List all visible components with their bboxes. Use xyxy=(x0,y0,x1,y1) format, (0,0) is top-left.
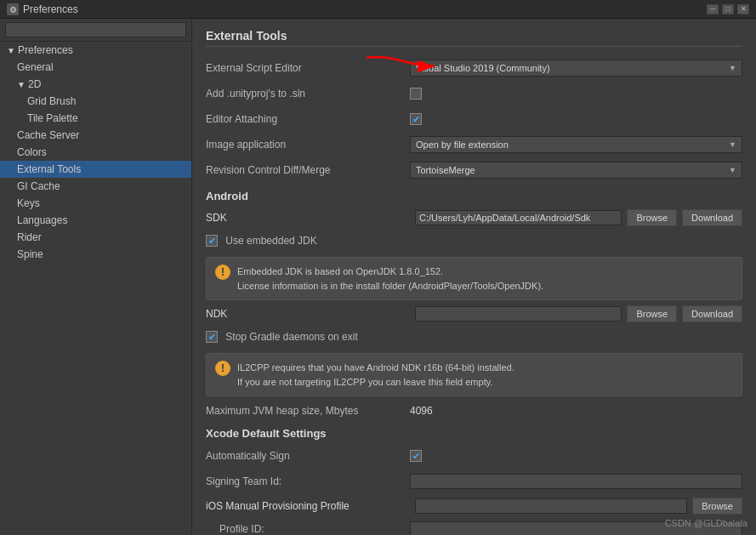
ndk-path-input[interactable] xyxy=(415,306,622,322)
expand-icon-2d xyxy=(17,80,26,89)
il2cpp-info-line2: If you are not targeting IL2CPP you can … xyxy=(237,375,733,390)
revision-control-value: TortoiseMerge ▼ xyxy=(410,162,742,179)
revision-control-dropdown[interactable]: TortoiseMerge ▼ xyxy=(410,162,742,179)
external-script-editor-row: External Script Editor Visual Studio 201… xyxy=(206,59,742,77)
editor-attaching-checkbox[interactable]: ✔ xyxy=(410,113,422,125)
external-script-editor-label: External Script Editor xyxy=(206,62,410,74)
sidebar-label-cache-server: Cache Server xyxy=(17,129,79,141)
ios-profile-id-label: Profile ID: xyxy=(206,523,410,535)
max-jvm-number: 4096 xyxy=(410,405,433,417)
sidebar-item-keys[interactable]: Keys xyxy=(0,195,191,212)
max-jvm-value: 4096 xyxy=(410,405,742,417)
jdk-info-line2: License information is in the install fo… xyxy=(237,279,733,293)
main-container: Preferences General 2D Grid Brush Tile P… xyxy=(0,19,756,535)
ios-manual-input[interactable] xyxy=(415,498,687,514)
jdk-info-box: ! Embedded JDK is based on OpenJDK 1.8.0… xyxy=(206,257,742,300)
sidebar-label-colors: Colors xyxy=(17,146,47,158)
close-button[interactable]: ✕ xyxy=(737,4,749,14)
stop-gradle-checkbox[interactable]: ✔ xyxy=(206,331,218,343)
sidebar-item-grid-brush[interactable]: Grid Brush xyxy=(0,93,191,110)
sidebar-item-languages[interactable]: Languages xyxy=(0,212,191,229)
add-unitypro-value xyxy=(410,88,742,100)
sidebar-item-tile-palette[interactable]: Tile Palette xyxy=(0,110,191,127)
sdk-download-button[interactable]: Download xyxy=(682,209,742,226)
image-application-dropdown[interactable]: Open by file extension ▼ xyxy=(410,136,742,153)
info-icon: ! xyxy=(215,265,230,280)
il2cpp-info-line1: IL2CPP requires that you have Android ND… xyxy=(237,361,733,375)
external-script-editor-dropdown[interactable]: Visual Studio 2019 (Community) ▼ xyxy=(410,60,742,77)
auto-sign-checkbox[interactable]: ✔ xyxy=(410,450,422,462)
restore-button[interactable]: □ xyxy=(722,4,734,14)
signing-team-value xyxy=(410,474,742,489)
ndk-browse-button[interactable]: Browse xyxy=(627,305,677,322)
android-section-header: Android xyxy=(206,190,742,202)
sidebar-item-gi-cache[interactable]: GI Cache xyxy=(0,178,191,195)
sidebar-label-spine: Spine xyxy=(17,248,43,260)
add-unitypro-checkbox[interactable] xyxy=(410,88,422,100)
sidebar-label-external-tools: External Tools xyxy=(17,163,81,175)
ndk-row: NDK Browse Download xyxy=(206,305,742,322)
max-jvm-row: Maximum JVM heap size, Mbytes 4096 xyxy=(206,401,742,420)
sidebar-item-cache-server[interactable]: Cache Server xyxy=(0,127,191,144)
revision-control-label: Revision Control Diff/Merge xyxy=(206,164,410,176)
ndk-label: NDK xyxy=(206,308,410,320)
ios-manual-label: iOS Manual Provisioning Profile xyxy=(206,500,410,512)
search-input[interactable] xyxy=(5,22,186,37)
ndk-download-button[interactable]: Download xyxy=(682,305,742,322)
sidebar-item-rider[interactable]: Rider xyxy=(0,229,191,246)
window-title: Preferences xyxy=(23,3,78,15)
external-script-editor-value: Visual Studio 2019 (Community) ▼ xyxy=(410,60,742,77)
editor-attaching-label: Editor Attaching xyxy=(206,113,410,125)
sidebar-label-languages: Languages xyxy=(17,214,67,226)
signing-team-input[interactable] xyxy=(410,474,742,489)
use-embedded-jdk-checkbox[interactable]: ✔ xyxy=(206,235,218,247)
xcode-section-header: Xcode Default Settings xyxy=(206,427,742,440)
sidebar-label-rider: Rider xyxy=(17,231,42,243)
svg-text:⚙: ⚙ xyxy=(9,5,17,14)
editor-attaching-row: Editor Attaching ✔ xyxy=(206,110,742,128)
sdk-browse-button[interactable]: Browse xyxy=(627,209,677,226)
revision-control-row: Revision Control Diff/Merge TortoiseMerg… xyxy=(206,161,742,179)
dropdown-arrow: ▼ xyxy=(729,64,736,72)
auto-sign-value: ✔ xyxy=(410,450,742,462)
sidebar-item-2d[interactable]: 2D xyxy=(0,76,191,93)
sidebar-item-general[interactable]: General xyxy=(0,59,191,76)
image-application-value: Open by file extension ▼ xyxy=(410,136,742,153)
add-unitypro-row: Add .unityproj's to .sln xyxy=(206,84,742,103)
sidebar-label-gi-cache: GI Cache xyxy=(17,180,60,192)
image-application-row: Image application Open by file extension… xyxy=(206,135,742,154)
revision-dropdown-arrow: ▼ xyxy=(729,166,736,174)
sdk-label: SDK xyxy=(206,212,410,224)
sidebar-item-spine[interactable]: Spine xyxy=(0,246,191,263)
image-application-label: Image application xyxy=(206,139,410,151)
sidebar-label-general: General xyxy=(17,61,54,73)
image-dropdown-arrow: ▼ xyxy=(729,140,736,149)
add-unitypro-label: Add .unityproj's to .sln xyxy=(206,88,410,100)
title-bar: ⚙ Preferences ─ □ ✕ xyxy=(0,0,756,19)
use-embedded-jdk-row: ✔ Use embedded JDK xyxy=(206,231,742,250)
sdk-row: SDK Browse Download xyxy=(206,209,742,226)
expand-icon xyxy=(7,46,15,55)
watermark: CSDN @GLDbalala xyxy=(665,518,747,528)
sidebar-label-preferences: Preferences xyxy=(18,44,73,56)
content-area: External Tools External Script Editor Vi… xyxy=(192,19,756,535)
sidebar-label-2d: 2D xyxy=(28,78,41,90)
sidebar-label-grid-brush: Grid Brush xyxy=(27,95,76,107)
sidebar-label-tile-palette: Tile Palette xyxy=(27,112,78,124)
minimize-button[interactable]: ─ xyxy=(707,4,719,14)
sidebar-label-keys: Keys xyxy=(17,197,40,209)
auto-sign-row: Automatically Sign ✔ xyxy=(206,447,742,465)
il2cpp-info-box: ! IL2CPP requires that you have Android … xyxy=(206,353,742,396)
sidebar-item-preferences[interactable]: Preferences xyxy=(0,42,191,59)
sidebar-item-colors[interactable]: Colors xyxy=(0,144,191,161)
sidebar-item-external-tools[interactable]: External Tools xyxy=(0,161,191,178)
signing-team-label: Signing Team Id: xyxy=(206,475,410,487)
ios-browse-button[interactable]: Browse xyxy=(692,498,742,515)
ios-manual-row: iOS Manual Provisioning Profile Browse xyxy=(206,498,742,515)
il2cpp-info-icon: ! xyxy=(215,361,230,376)
search-bar xyxy=(0,19,191,42)
ios-profile-id-row: Profile ID: xyxy=(206,520,742,535)
sdk-path-input[interactable] xyxy=(415,210,622,225)
app-icon: ⚙ xyxy=(7,3,19,15)
stop-gradle-label: ✔ Stop Gradle daemons on exit xyxy=(206,331,410,344)
